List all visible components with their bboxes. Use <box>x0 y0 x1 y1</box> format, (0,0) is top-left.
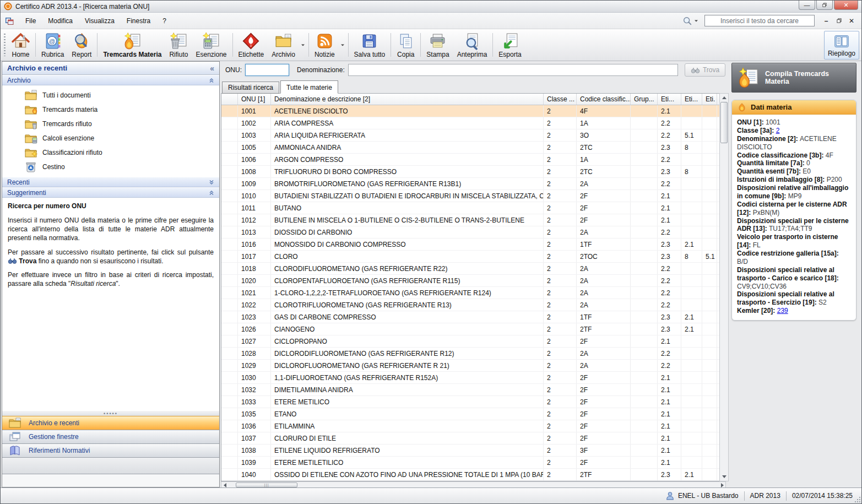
nav-archivio-e-recenti[interactable]: Archivio e recenti <box>2 416 219 430</box>
rifiuto-button[interactable]: Rifiuto <box>165 30 192 59</box>
table-row[interactable]: 1023GAS DI CARBONE COMPRESSO21TF2.32.1 <box>221 311 725 323</box>
menu-item-visualizza[interactable]: Visualizza <box>79 14 121 28</box>
menu-item-modifica[interactable]: Modifica <box>42 14 79 28</box>
table-row[interactable]: 10211-CLORO-1,2,2,2-TETRAFLUOROETANO (GA… <box>221 287 725 299</box>
archivio-button[interactable]: Archivio <box>268 30 299 59</box>
table-row[interactable]: 10301,1-DIFLUOROETANO (GAS REFRIGERANTE … <box>221 372 725 384</box>
column-header-grup[interactable]: Grup... <box>631 94 658 105</box>
table-row[interactable]: 1006ARGON COMPRESSO21A2.2 <box>221 154 725 166</box>
chevron-up-icon[interactable] <box>209 78 214 83</box>
column-header-classe[interactable]: Classe ... <box>544 94 577 105</box>
row-indicator-header[interactable] <box>221 94 238 105</box>
sidebar-item-cestino[interactable]: Cestino <box>2 160 219 174</box>
table-row[interactable]: 1027CICLOPROPANO22F2.1 <box>221 335 725 348</box>
trova-button[interactable]: Trova <box>685 63 725 77</box>
section-suggerimenti[interactable]: Suggerimenti <box>2 187 219 198</box>
table-row[interactable]: 1033ETERE METILICO22F2.1 <box>221 396 725 408</box>
tab-tutte-le-materie[interactable]: Tutte le materie <box>280 80 338 94</box>
scroll-down-arrow[interactable] <box>720 473 728 481</box>
toolbar-grip[interactable] <box>4 34 6 56</box>
table-row[interactable]: 1001ACETILENE DISCIOLTO24F2.1 <box>221 105 725 117</box>
search-dropdown-icon[interactable] <box>694 19 698 23</box>
table-row[interactable]: 1010BUTADIENI STABILIZZATI O BUTADIENI E… <box>221 190 725 202</box>
chevron-up-icon[interactable] <box>209 190 214 196</box>
table-row[interactable]: 1003ARIA LIQUIDA REFRIGERATA23O2.25.1 <box>221 129 725 142</box>
table-row[interactable]: 1026CIANOGENO22TF2.32.1 <box>221 323 725 335</box>
window-maximize-button[interactable] <box>816 1 833 10</box>
column-header-eti[interactable]: Eti. <box>702 94 717 105</box>
onu-input[interactable] <box>245 64 289 76</box>
search-icon[interactable] <box>682 16 692 26</box>
column-header-onu-1[interactable]: ONU [1] <box>238 94 271 105</box>
sidebar-item-classificazioni-rifiuto[interactable]: Classificazioni rifiuto <box>2 145 219 160</box>
table-row[interactable]: 1035ETANO22F2.1 <box>221 408 725 420</box>
vertical-scrollbar[interactable] <box>719 93 729 481</box>
table-row[interactable]: 1036ETILAMMINA22F2.1 <box>221 420 725 432</box>
column-header-codice-classific[interactable]: Codice classific... <box>577 94 631 105</box>
dati-field-value[interactable]: 2 <box>776 127 780 134</box>
column-header-denominazione-e-descrizione-2[interactable]: Denominazione e descrizione [2] <box>271 94 544 105</box>
table-row[interactable]: 1022CLOROTRIFLUOROMETANO (GAS REFRIGERAN… <box>221 299 725 311</box>
report-button[interactable]: Report <box>68 30 95 59</box>
notizie-dropdown-icon[interactable] <box>339 30 346 59</box>
table-row[interactable]: 1012BUTILENE IN MISCELA O 1-BUTILENE O C… <box>221 214 725 226</box>
child-restore-button[interactable] <box>833 16 844 26</box>
table-row[interactable]: 1008TRIFLUORURO DI BORO COMPRESSO22TC2.3… <box>221 166 725 178</box>
home-button[interactable]: Home <box>8 30 34 59</box>
denominazione-input[interactable] <box>348 64 678 76</box>
table-row[interactable]: 1040OSSIDO DI ETILENE CON AZOTO FINO AD … <box>221 469 725 481</box>
riepilogo-button[interactable]: Riepilogo <box>824 31 859 59</box>
esenzione-button[interactable]: Esenzione <box>192 30 230 59</box>
chevron-down-icon[interactable] <box>209 180 214 185</box>
child-minimize-button[interactable]: – <box>821 16 832 26</box>
vertical-scroll-thumb[interactable] <box>720 102 728 143</box>
table-row[interactable]: 1005AMMONIACA ANIDRA22TC2.38 <box>221 142 725 154</box>
window-close-button[interactable]: ✕ <box>834 1 858 10</box>
stampa-button[interactable]: Stampa <box>422 30 453 59</box>
salva-tutto-button[interactable]: Salva tutto <box>350 30 389 59</box>
table-row[interactable]: 1038ETILENE LIQUIDO REFRIGERATO23F2.1 <box>221 445 725 457</box>
sidebar-collapse-icon[interactable]: « <box>210 64 214 73</box>
rubrica-button[interactable]: @Rubrica <box>37 30 68 59</box>
table-row[interactable]: 1017CLORO22TOC2.385.1 <box>221 251 725 263</box>
global-search-input[interactable] <box>704 15 815 26</box>
column-header-eti[interactable]: Eti... <box>681 94 702 105</box>
table-row[interactable]: 1020CLOROPENTAFLUOROETANO (GAS REFRIGERA… <box>221 275 725 287</box>
sidebar-item-calcoli-esenzione[interactable]: Calcoli esenzione <box>2 131 219 145</box>
menu-item-finestra[interactable]: Finestra <box>121 14 156 28</box>
table-row[interactable]: 1002ARIA COMPRESSA21A2.2 <box>221 117 725 129</box>
table-row[interactable]: 1011BUTANO22F2.1 <box>221 202 725 214</box>
menu-item-file[interactable]: File <box>19 14 42 28</box>
window-minimize-button[interactable]: — <box>799 1 815 10</box>
sidebar-splitter[interactable]: ••••• <box>2 411 219 416</box>
dati-field-value[interactable]: 239 <box>777 307 788 315</box>
table-row[interactable]: 1032DIMETILAMMINA ANIDRA22F2.1 <box>221 384 725 396</box>
notizie-button[interactable]: Notizie <box>311 30 339 59</box>
table-row[interactable]: 1013DIOSSIDO DI CARBONIO22A2.2 <box>221 226 725 239</box>
section-recenti[interactable]: Recenti <box>2 177 219 187</box>
section-archivio[interactable]: Archivio <box>2 75 219 85</box>
anteprima-button[interactable]: Anteprima <box>453 30 491 59</box>
child-close-button[interactable]: ✕ <box>846 16 857 26</box>
sidebar-item-tutti-i-documenti[interactable]: Tutti i documenti <box>2 88 219 102</box>
scroll-up-arrow[interactable] <box>720 94 728 102</box>
sidebar-item-tremcards-materia[interactable]: Tremcards materia <box>2 102 219 117</box>
table-row[interactable]: 1037CLORURO DI ETILE22F2.1 <box>221 432 725 445</box>
copia-button[interactable]: Copia <box>393 30 419 59</box>
table-row[interactable]: 1016MONOSSIDO DI CARBONIO COMPRESSO21TF2… <box>221 239 725 251</box>
etichette-button[interactable]: 3Etichette <box>235 30 268 59</box>
compila-tremcards-button[interactable]: Compila Tremcards Materia <box>731 63 856 93</box>
sidebar-item-tremcards-rifiuto[interactable]: Tremcards rifiuto <box>2 117 219 131</box>
tab-risultati-ricerca[interactable]: Risultati ricerca <box>222 82 279 94</box>
table-row[interactable]: 1039ETERE METILETILICO22F2.1 <box>221 457 725 469</box>
nav-riferimenti-normativi[interactable]: Riferimenti Normativi <box>2 443 219 457</box>
column-header-eti[interactable]: Eti... <box>658 94 681 105</box>
horizontal-scroll-thumb[interactable]: ||| <box>236 483 297 487</box>
menu-item-[interactable]: ? <box>156 14 172 28</box>
table-row[interactable]: 1018CLORODIFLUOROMETANO (GAS REFRIGERANT… <box>221 263 725 275</box>
nav-gestione-finestre[interactable]: Gestione finestre <box>2 430 219 443</box>
table-row[interactable]: 1028DICLORODIFLUOROMETANO (GAS REFRIGERA… <box>221 348 725 360</box>
table-row[interactable]: 1029DICLOROFLUOROMETANO (GAS REFRIGERANT… <box>221 360 725 372</box>
archivio-dropdown-icon[interactable] <box>299 30 307 59</box>
table-row[interactable]: 1009BROMOTRIFLUOROMETANO (GAS REFRIGERAN… <box>221 178 725 190</box>
